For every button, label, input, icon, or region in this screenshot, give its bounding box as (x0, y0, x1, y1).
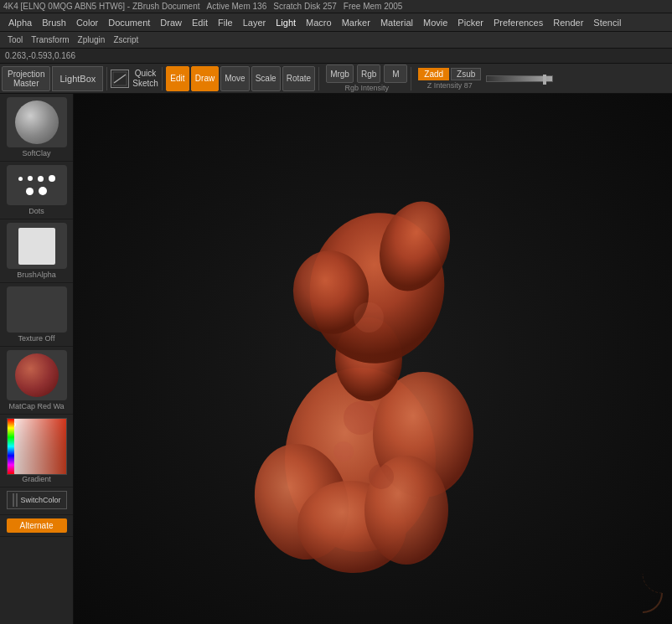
toolbar-separator-1 (106, 67, 107, 90)
z-intensity-value: 87 (464, 81, 473, 90)
scale-button[interactable]: Scale (251, 66, 281, 91)
intensity-slider-area (486, 75, 553, 82)
topbar-info: 4K4 [ELNQ 0MQG ABN5 HTW6] - ZBrush Docum… (3, 2, 200, 11)
submenubar: Tool Transform Zplugin Zscript (0, 32, 672, 49)
toolbar-separator-3 (318, 67, 319, 90)
alternate-button[interactable]: Alternate (7, 518, 67, 533)
menu-alpha[interactable]: Alpha (3, 16, 37, 29)
coordinates: 0.263,-0.593,0.166 (5, 51, 75, 60)
matcap-sphere (15, 353, 59, 397)
corner-decoration (622, 572, 664, 616)
model-viewport[interactable] (74, 94, 672, 624)
menu-layer[interactable]: Layer (238, 16, 271, 29)
menu-file[interactable]: File (213, 16, 238, 29)
alpha-white-square (18, 228, 55, 265)
model-svg (214, 125, 532, 594)
svg-point-15 (354, 302, 384, 333)
menu-stencil[interactable]: Stencil (588, 16, 626, 29)
color-swatch-white (16, 493, 18, 507)
mrgb-button[interactable]: Mrgb (326, 64, 354, 83)
menubar: Alpha Brush Color Document Draw Edit Fil… (0, 13, 672, 32)
zadd-area: Zadd Zsub Z Intensity 87 (418, 68, 481, 90)
rgb-area: Mrgb Rgb M Rgb Intensity (326, 64, 407, 92)
switch-color-label: SwitchColor (21, 496, 61, 504)
intensity-track[interactable] (486, 75, 553, 82)
topbar-scratch: Scratch Disk 257 (273, 2, 337, 11)
brush-alpha-preview (7, 223, 67, 269)
toolbar-separator-4 (411, 67, 411, 90)
texture-item[interactable]: Texture Off (0, 283, 73, 347)
texture-preview (7, 286, 67, 333)
alternate-label: Alternate (19, 521, 53, 530)
move-button[interactable]: Move (220, 66, 249, 91)
svg-point-14 (333, 441, 354, 462)
color-picker[interactable] (7, 418, 67, 475)
submenu-transform[interactable]: Transform (27, 34, 73, 46)
switch-color-item[interactable]: SwitchColor (0, 487, 73, 515)
rgb-intensity-label: Rgb Intensity (344, 84, 389, 92)
zadd-button[interactable]: Zadd (418, 68, 449, 80)
move-label: Move (225, 74, 245, 83)
toolbar: Projection Master LightBox Quick Sketch … (0, 64, 672, 94)
softclay-sphere (15, 101, 59, 144)
zsub-button[interactable]: Zsub (451, 68, 481, 80)
edit-button[interactable]: Edit (166, 66, 189, 91)
canvas-area[interactable] (74, 94, 672, 624)
menu-render[interactable]: Render (548, 16, 588, 29)
topbar-activemem: Active Mem 136 (207, 2, 267, 11)
draw-button[interactable]: Draw (191, 66, 219, 91)
rotate-button[interactable]: Rotate (282, 66, 315, 91)
menu-macro[interactable]: Macro (301, 16, 337, 29)
menu-light[interactable]: Light (271, 16, 301, 29)
brush-alpha-label: BrushAlpha (17, 271, 56, 279)
dots-label: Dots (28, 207, 44, 215)
intensity-thumb (543, 75, 546, 85)
rotate-label: Rotate (287, 74, 311, 83)
submenu-zplugin[interactable]: Zplugin (74, 34, 110, 46)
topbar: 4K4 [ELNQ 0MQG ABN5 HTW6] - ZBrush Docum… (0, 0, 672, 13)
z-intensity-label: Z Intensity (427, 81, 463, 90)
submenu-zscript[interactable]: Zscript (109, 34, 142, 46)
menu-color[interactable]: Color (71, 16, 103, 29)
menu-brush[interactable]: Brush (37, 16, 71, 29)
svg-point-13 (369, 464, 394, 489)
menu-material[interactable]: Material (375, 16, 418, 29)
menu-document[interactable]: Document (103, 16, 155, 29)
dots-item[interactable]: Dots (0, 162, 73, 219)
rgb-button[interactable]: Rgb (357, 64, 380, 83)
menu-movie[interactable]: Movie (418, 16, 452, 29)
color-picker-item[interactable]: Gradient (0, 415, 73, 487)
canvas-container (74, 94, 672, 624)
left-panel: SoftClay Dots BrushAlpha (0, 94, 74, 624)
softclay-item[interactable]: SoftClay (0, 94, 73, 162)
menu-draw[interactable]: Draw (155, 16, 187, 29)
menu-marker[interactable]: Marker (337, 16, 375, 29)
alternate-item[interactable]: Alternate (0, 515, 73, 537)
projection-master-button[interactable]: Projection Master (2, 66, 50, 91)
matcap-label: MatCap Red Wa (8, 402, 64, 410)
softclay-preview (7, 97, 67, 147)
lightbox-label: LightBox (59, 74, 96, 84)
gradient-label: Gradient (22, 475, 51, 483)
svg-point-12 (344, 401, 377, 435)
switch-color-button[interactable]: SwitchColor (7, 491, 67, 509)
softclay-label: SoftClay (22, 149, 50, 157)
toolbar-separator-2 (162, 67, 163, 90)
quick-sketch-line2: Sketch (132, 79, 158, 89)
matcap-preview (7, 350, 67, 400)
menu-edit[interactable]: Edit (187, 16, 213, 29)
edit-label: Edit (170, 74, 184, 83)
lightbox-button[interactable]: LightBox (52, 66, 103, 91)
quick-sketch-line1: Quick (135, 69, 157, 79)
color-swatch-black (13, 493, 14, 507)
scale-label: Scale (256, 74, 277, 83)
submenu-tool[interactable]: Tool (3, 34, 27, 46)
brush-alpha-item[interactable]: BrushAlpha (0, 219, 73, 283)
texture-label: Texture Off (18, 334, 55, 343)
menu-picker[interactable]: Picker (452, 16, 488, 29)
coordbar: 0.263,-0.593,0.166 (0, 49, 672, 64)
matcap-item[interactable]: MatCap Red Wa (0, 347, 73, 415)
menu-preferences[interactable]: Preferences (488, 16, 548, 29)
m-button[interactable]: M (384, 64, 407, 83)
dots-preview (7, 165, 67, 205)
